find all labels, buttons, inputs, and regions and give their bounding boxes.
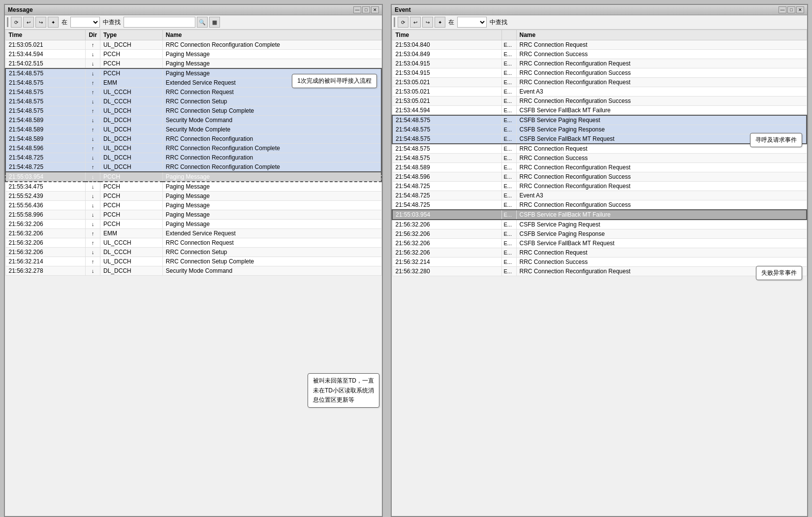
close-button[interactable]: ✕ — [371, 6, 379, 13]
col-name: Name — [162, 30, 381, 40]
toolbar-btn-1[interactable]: ⟳ — [11, 17, 22, 28]
event-title-bar: Event — □ ✕ — [392, 5, 807, 15]
msg-time-cell: 21:54:48.589 — [5, 125, 86, 134]
event-toolbar-btn-4[interactable]: ✦ — [435, 17, 445, 28]
msg-dir-cell: ↑ — [86, 238, 100, 248]
msg-type-cell: DL_DCCH — [100, 153, 163, 162]
maximize-button[interactable]: □ — [362, 6, 370, 13]
event-maximize-button[interactable]: □ — [787, 6, 795, 13]
msg-time-cell: 21:54:48.575 — [5, 68, 86, 78]
msg-type-cell: UL_DCCH — [100, 106, 163, 116]
event-time-cell: 21:53:44.594 — [392, 106, 501, 116]
event-close-button[interactable]: ✕ — [796, 6, 804, 13]
event-table-row: 21:55:03.954E...CSFB Service FallBack MT… — [392, 210, 807, 220]
event-name-cell: CSFB Service Paging Request — [516, 115, 807, 125]
msg-time-cell: 21:56:32.206 — [5, 248, 86, 257]
event-time-cell: 21:54:48.725 — [392, 191, 501, 200]
event-time-cell: 21:56:32.280 — [392, 267, 501, 276]
message-table-row: 21:53:05.021↑UL_DCCHRRC Connection Recon… — [5, 40, 381, 50]
msg-name-cell: Security Mode Command — [162, 116, 381, 125]
msg-type-cell: UL_DCCH — [100, 162, 163, 172]
msg-dir-cell: ↓ — [86, 50, 100, 59]
msg-type-cell: DL_CCCH — [100, 97, 163, 106]
event-dir-cell: E... — [501, 163, 516, 172]
event-toolbar-btn-1[interactable]: ⟳ — [398, 17, 408, 28]
event-dir-cell: E... — [501, 154, 516, 163]
msg-time-cell: 21:56:32.206 — [5, 220, 86, 229]
message-table-row: 21:55:52.439↓PCCHPaging Message — [5, 192, 381, 201]
event-time-cell: 21:56:32.206 — [392, 229, 501, 239]
msg-name-cell: Paging Message — [162, 50, 381, 59]
event-toolbar: ⟳ ↩ ↪ ✦ 在 中查找 — [392, 15, 807, 30]
msg-dir-cell: ↑ — [86, 106, 100, 116]
event-toolbar-btn-2[interactable]: ↩ — [410, 17, 421, 28]
event-name-cell: RRC Connection Success — [516, 258, 807, 267]
event-dir-cell: E... — [501, 267, 516, 276]
event-table-row: 21:53:05.021E...Event A3 — [392, 87, 807, 97]
msg-dir-cell: ↓ — [86, 248, 100, 257]
msg-time-cell: 21:53:05.021 — [5, 40, 86, 50]
msg-type-cell: UL_DCCH — [100, 257, 163, 266]
msg-name-cell: RRC Connection Setup — [162, 248, 381, 257]
filter-button[interactable]: ▦ — [209, 17, 220, 28]
toolbar-btn-2[interactable]: ↩ — [23, 17, 34, 28]
event-name-cell: Event A3 — [516, 191, 807, 200]
event-dir-cell: E... — [501, 78, 516, 87]
msg-name-cell: RRC Connection Reconfiguration — [162, 153, 381, 162]
event-toolbar-btn-3[interactable]: ↪ — [422, 17, 433, 28]
message-title: Message — [8, 6, 33, 13]
event-time-cell: 21:53:05.021 — [392, 87, 501, 97]
message-search-input[interactable] — [124, 17, 195, 28]
msg-dir-cell: ↑ — [86, 229, 100, 238]
msg-type-cell: EMM — [100, 229, 163, 238]
message-table-row: 21:54:48.589↓DL_DCCHSecurity Mode Comman… — [5, 116, 381, 125]
minimize-button[interactable]: — — [353, 6, 361, 13]
event-time-cell: 21:54:48.725 — [392, 200, 501, 210]
search-button[interactable]: 🔍 — [197, 17, 208, 28]
event-name-cell: RRC Connection Reconfiguration Success — [516, 172, 807, 182]
message-table: Time Dir Type Name 21:53:05.021↑UL_DCCHR… — [5, 30, 382, 276]
event-dir-cell: E... — [501, 239, 516, 248]
msg-type-cell: PCCH — [100, 59, 163, 69]
msg-name-cell: RRC Connection Request — [162, 88, 381, 97]
toolbar-btn-4[interactable]: ✦ — [48, 17, 59, 28]
event-window: Event — □ ✕ ⟳ ↩ ↪ ✦ 在 中查找 — [391, 4, 808, 517]
msg-time-cell: 21:54:48.575 — [5, 106, 86, 116]
event-col-time: Time — [392, 30, 501, 40]
msg-time-cell: 21:54:48.589 — [5, 134, 86, 144]
message-table-row: 21:54:48.575↑UL_DCCHRRC Connection Setup… — [5, 106, 381, 116]
msg-time-cell: 21:55:56.436 — [5, 201, 86, 210]
event-minimize-button[interactable]: — — [779, 6, 786, 13]
msg-type-cell: EMM — [100, 78, 163, 88]
msg-time-cell: 21:54:48.596 — [5, 144, 86, 153]
message-table-scroll[interactable]: Time Dir Type Name 21:53:05.021↑UL_DCCHR… — [5, 30, 382, 516]
msg-type-cell: PCCH — [100, 172, 163, 182]
message-search-select[interactable] — [70, 17, 100, 28]
toolbar-btn-3[interactable]: ↪ — [35, 17, 46, 28]
event-table-row: 21:54:48.589E...RRC Connection Reconfigu… — [392, 163, 807, 172]
msg-type-cell: DL_DCCH — [100, 116, 163, 125]
message-table-row: 21:56:32.206↓DL_CCCHRRC Connection Setup — [5, 248, 381, 257]
event-name-cell: RRC Connection Reconfiguration Success — [516, 200, 807, 210]
msg-name-cell: RRC Connection Reconfiguration — [162, 134, 381, 144]
event-time-cell: 21:54:48.596 — [392, 172, 501, 182]
event-name-cell: RRC Connection Reconfiguration Request — [516, 59, 807, 68]
toolbar-label-in: 在 — [62, 18, 67, 27]
event-table-scroll[interactable]: Time Name 21:53:04.840E...RRC Connection… — [392, 30, 807, 516]
message-table-row: 21:54:02.515↓PCCHPaging Message — [5, 59, 381, 69]
message-table-row: 21:56:32.206↑EMMExtended Service Request — [5, 229, 381, 238]
msg-name-cell: RRC Connection Request — [162, 238, 381, 248]
event-table-row: 21:53:05.021E...RRC Connection Reconfigu… — [392, 78, 807, 87]
message-table-row: 21:53:44.594↓PCCHPaging Message — [5, 50, 381, 59]
msg-type-cell: UL_DCCH — [100, 125, 163, 134]
msg-type-cell: DL_DCCH — [100, 134, 163, 144]
event-search-select[interactable] — [457, 17, 487, 28]
event-dir-cell: E... — [501, 134, 516, 144]
message-table-row: 21:56:32.206↓PCCHPaging Message — [5, 220, 381, 229]
annotation-paging-flow: 1次完成的被叫寻呼接入流程 — [292, 74, 377, 88]
msg-name-cell: Security Mode Command — [162, 266, 381, 276]
msg-dir-cell: ↓ — [86, 59, 100, 69]
msg-type-cell: PCCH — [100, 182, 163, 192]
event-name-cell: CSFB Service Paging Response — [516, 229, 807, 239]
msg-type-cell: PCCH — [100, 68, 163, 78]
